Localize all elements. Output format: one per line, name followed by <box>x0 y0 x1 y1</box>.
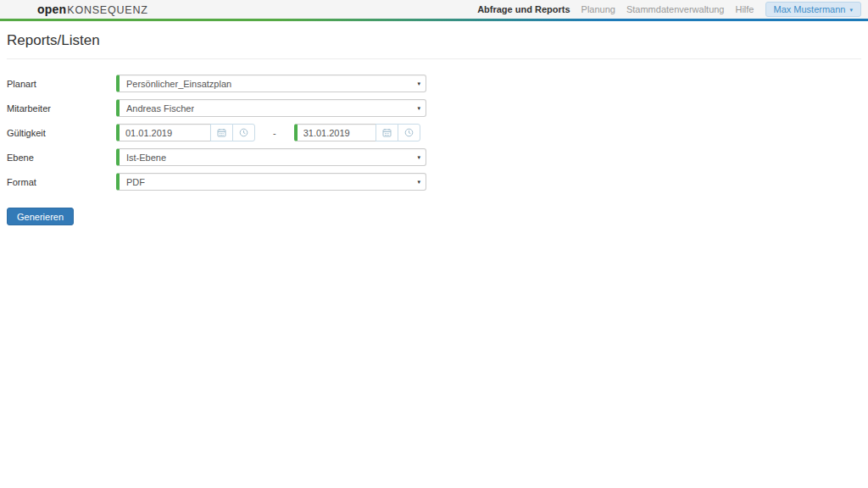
form-row-mitarbeiter: Mitarbeiter Andreas Fischer ▾ <box>7 99 861 117</box>
format-select-value: PDF <box>126 177 145 187</box>
planart-label: Planart <box>7 79 116 89</box>
gueltigkeit-label: Gültigkeit <box>7 128 116 138</box>
chevron-down-icon: ▾ <box>417 80 420 87</box>
chevron-down-icon: ▾ <box>417 154 420 161</box>
form-row-format: Format PDF ▾ <box>7 173 861 191</box>
header-accent-divider <box>0 19 868 21</box>
gueltigkeit-to-time-button[interactable] <box>398 124 420 141</box>
title-divider <box>7 58 861 59</box>
user-name-label: Max Mustermann <box>774 4 846 14</box>
form-row-ebene: Ebene Ist-Ebene ▾ <box>7 148 861 166</box>
ebene-select-value: Ist-Ebene <box>126 152 166 163</box>
mitarbeiter-label: Mitarbeiter <box>7 103 116 114</box>
app-logo: open KONSEQUENZ <box>37 3 148 16</box>
nav-hilfe[interactable]: Hilfe <box>735 4 754 14</box>
mitarbeiter-select-value: Andreas Fischer <box>126 103 194 114</box>
logo-konsequenz-text: KONSEQUENZ <box>67 4 148 16</box>
page-title: Reports/Listen <box>7 32 861 49</box>
gueltigkeit-from-group <box>116 124 255 141</box>
chevron-down-icon: ▾ <box>849 7 853 13</box>
gueltigkeit-to-input[interactable] <box>294 124 376 141</box>
gueltigkeit-from-calendar-button[interactable] <box>210 124 233 141</box>
form-row-planart: Planart Persönlicher_Einsatzplan ▾ <box>7 75 861 92</box>
clock-icon <box>239 128 248 137</box>
nav-abfrage-und-reports[interactable]: Abfrage und Reports <box>477 4 570 14</box>
format-select[interactable]: PDF ▾ <box>116 173 426 191</box>
calendar-icon <box>217 128 226 137</box>
ebene-label: Ebene <box>7 152 116 163</box>
ebene-select[interactable]: Ist-Ebene ▾ <box>116 148 426 166</box>
gueltigkeit-from-time-button[interactable] <box>232 124 255 141</box>
nav-stammdatenverwaltung[interactable]: Stammdatenverwaltung <box>626 4 725 14</box>
clock-icon <box>404 128 414 137</box>
main-nav: Abfrage und Reports Planung Stammdatenve… <box>477 2 861 17</box>
gueltigkeit-to-calendar-button[interactable] <box>376 124 398 141</box>
chevron-down-icon: ▾ <box>417 179 420 186</box>
gueltigkeit-from-input[interactable] <box>116 124 211 141</box>
date-range-separator: - <box>273 128 276 138</box>
nav-planung[interactable]: Planung <box>581 4 615 14</box>
app-header: open KONSEQUENZ Abfrage und Reports Plan… <box>0 0 868 19</box>
user-menu-button[interactable]: Max Mustermann ▾ <box>765 2 862 17</box>
logo-open-text: open <box>37 3 66 16</box>
planart-select-value: Persönlicher_Einsatzplan <box>126 79 231 89</box>
format-label: Format <box>7 177 116 187</box>
generieren-button[interactable]: Generieren <box>7 208 74 225</box>
gueltigkeit-to-group <box>294 124 420 141</box>
calendar-icon <box>382 128 392 137</box>
main-content: Reports/Listen Planart Persönlicher_Eins… <box>0 32 868 225</box>
mitarbeiter-select[interactable]: Andreas Fischer ▾ <box>116 99 426 117</box>
chevron-down-icon: ▾ <box>417 105 420 112</box>
form-row-gueltigkeit: Gültigkeit - <box>7 124 861 141</box>
planart-select[interactable]: Persönlicher_Einsatzplan ▾ <box>116 75 426 92</box>
